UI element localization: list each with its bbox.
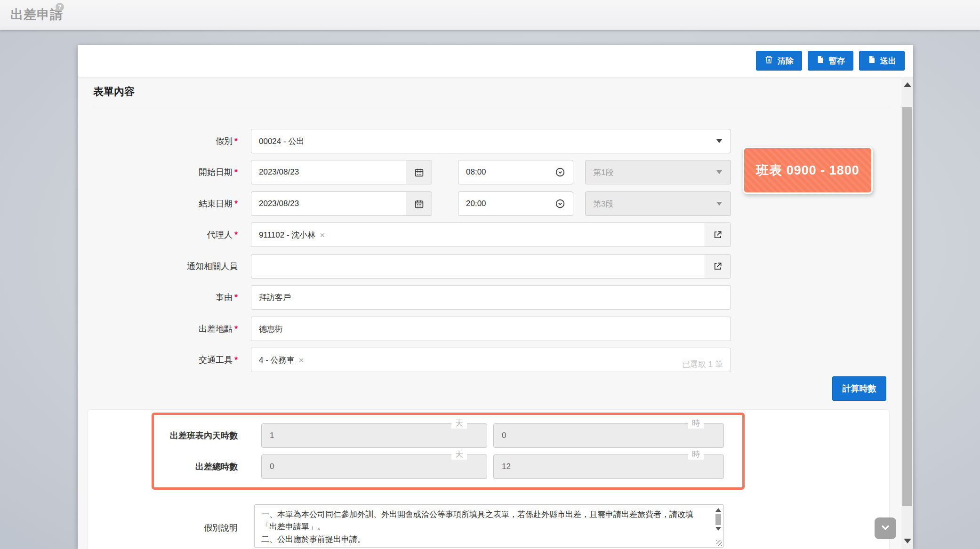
scrollbar-down-icon[interactable] <box>904 539 911 543</box>
help-icon[interactable]: ? <box>56 3 64 11</box>
end-time-value: 20:00 <box>466 199 486 208</box>
textarea-resize-handle[interactable] <box>716 540 722 546</box>
total-hours-value: 12 <box>502 462 511 471</box>
required-mark: * <box>234 355 238 365</box>
transport-selected-count: 已選取 1 筆 <box>682 359 723 370</box>
start-date-value: 2023/08/23 <box>259 167 299 177</box>
agent-value: 911102 - 沈小林 <box>259 230 315 240</box>
agent-input[interactable]: 911102 - 沈小林 × <box>251 223 731 247</box>
start-time-value: 08:00 <box>466 167 486 177</box>
save-draft-button-label: 暫存 <box>829 56 845 66</box>
unit-day-label: 天 <box>451 449 467 460</box>
chevron-down-icon <box>716 202 722 206</box>
top-bar: 出差申請 ? <box>0 0 980 30</box>
page-title: 出差申請 <box>10 6 63 23</box>
scrollbar-up-icon[interactable] <box>904 82 911 87</box>
calendar-icon[interactable] <box>406 192 432 215</box>
leave-desc-textarea[interactable]: 一、本單為本公司同仁參加外訓、外出開會或洽公等事項所填具之表單，若係赴外縣市出差… <box>254 504 724 548</box>
external-link-icon[interactable] <box>705 255 731 278</box>
scroll-to-bottom-button[interactable] <box>875 517 896 539</box>
total-days-value: 0 <box>270 462 274 471</box>
card-header: 清除 暫存 送出 <box>78 45 913 77</box>
trash-icon <box>764 55 773 66</box>
unit-day-label: 天 <box>451 418 467 429</box>
required-mark: * <box>234 199 238 208</box>
reason-label: 事由* <box>78 285 238 310</box>
agent-label: 代理人* <box>78 223 238 247</box>
end-time-input[interactable]: 20:00 <box>458 191 573 216</box>
start-segment-select: 第1段 <box>585 160 731 184</box>
required-mark: * <box>234 230 238 239</box>
end-date-value: 2023/08/23 <box>259 199 299 208</box>
total-days-input: 0 天 <box>261 454 487 479</box>
textarea-scrollbar-thumb[interactable] <box>715 514 721 525</box>
reason-input[interactable]: 拜訪客戶 <box>251 285 731 310</box>
transport-value: 4 - 公務車 <box>259 355 295 366</box>
in-schedule-days-value: 1 <box>270 431 274 440</box>
reason-value: 拜訪客戶 <box>259 292 291 303</box>
clear-button[interactable]: 清除 <box>756 51 802 71</box>
calculate-hours-button[interactable]: 計算時數 <box>832 376 886 401</box>
start-segment-value: 第1段 <box>593 167 613 178</box>
submit-button-label: 送出 <box>880 56 896 66</box>
chevron-down-icon <box>880 522 891 535</box>
action-button-row: 清除 暫存 送出 <box>756 51 905 71</box>
notify-input[interactable] <box>251 254 731 278</box>
transport-label: 交通工具* <box>78 348 238 372</box>
start-time-input[interactable]: 08:00 <box>458 160 573 184</box>
required-mark: * <box>234 167 238 177</box>
unit-hour-label: 時 <box>688 449 704 460</box>
chevron-down-icon <box>716 170 722 174</box>
chevron-down-icon <box>716 139 722 143</box>
card-scrollbar[interactable] <box>901 77 913 549</box>
textarea-scrollbar[interactable] <box>714 507 723 545</box>
scroll-up-icon[interactable] <box>715 508 721 512</box>
total-hours-label: 出差總時數 <box>78 454 238 479</box>
start-date-label: 開始日期* <box>78 160 238 184</box>
remove-transport-icon[interactable]: × <box>299 356 304 365</box>
start-date-input[interactable]: 2023/08/23 <box>251 160 432 184</box>
scroll-down-icon[interactable] <box>715 527 721 531</box>
transport-input[interactable]: 4 - 公務車 × 已選取 1 筆 <box>251 348 731 372</box>
in-schedule-days-input: 1 天 <box>261 423 487 448</box>
section-title-underline: 表單內容 <box>93 85 890 107</box>
end-date-label: 結束日期* <box>78 191 238 216</box>
in-schedule-label: 出差班表內天時數 <box>78 423 238 448</box>
file-icon <box>816 55 825 66</box>
file-icon <box>868 55 876 66</box>
clear-button-label: 清除 <box>778 56 794 66</box>
end-segment-select: 第3段 <box>585 191 731 216</box>
shift-schedule-badge: 班表 0900 - 1800 <box>743 147 873 194</box>
leave-type-label: 假別* <box>78 129 238 153</box>
leave-type-select[interactable]: 00024 - 公出 <box>251 129 731 153</box>
required-mark: * <box>234 136 238 146</box>
submit-button[interactable]: 送出 <box>859 51 905 71</box>
leave-desc-label: 假別說明 <box>78 516 238 540</box>
scrollbar-thumb[interactable] <box>902 107 912 506</box>
location-label: 出差地點* <box>78 317 238 341</box>
location-input[interactable]: 德惠街 <box>251 317 731 341</box>
total-hours-input: 12 時 <box>493 454 724 479</box>
remove-agent-icon[interactable]: × <box>320 231 325 239</box>
required-mark: * <box>234 293 238 302</box>
form-card: 清除 暫存 送出 表單內容 假別* 00024 - 公出 開始日期* 2023/… <box>78 45 913 549</box>
clock-icon[interactable] <box>547 192 573 215</box>
external-link-icon[interactable] <box>705 223 731 247</box>
end-segment-value: 第3段 <box>593 199 613 209</box>
in-schedule-hours-input: 0 時 <box>493 423 724 448</box>
section-title: 表單內容 <box>93 86 135 97</box>
clock-icon[interactable] <box>547 160 573 184</box>
required-mark: * <box>234 324 238 334</box>
leave-type-value: 00024 - 公出 <box>259 136 304 147</box>
notify-label: 通知相關人員 <box>78 254 238 278</box>
unit-hour-label: 時 <box>688 418 704 429</box>
calendar-icon[interactable] <box>406 160 432 184</box>
save-draft-button[interactable]: 暫存 <box>808 51 853 71</box>
in-schedule-hours-value: 0 <box>502 431 506 440</box>
end-date-input[interactable]: 2023/08/23 <box>251 191 432 216</box>
location-value: 德惠街 <box>259 324 283 334</box>
